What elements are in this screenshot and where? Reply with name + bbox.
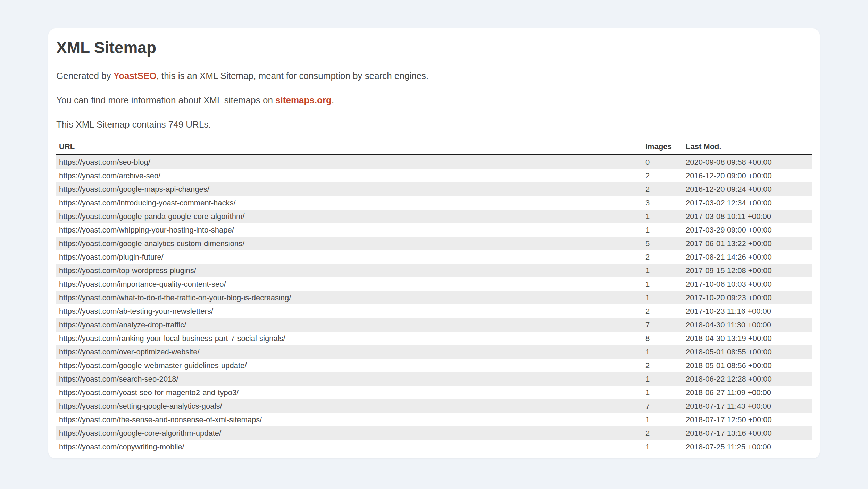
column-header-images: Images bbox=[643, 140, 683, 155]
last-mod-cell: 2017-03-02 12:34 +00:00 bbox=[683, 196, 812, 210]
column-header-lastmod: Last Mod. bbox=[683, 140, 812, 155]
column-header-url: URL bbox=[56, 140, 643, 155]
url-cell: https://yoast.com/google-analytics-custo… bbox=[56, 237, 643, 250]
url-link[interactable]: https://yoast.com/google-core-algorithm-… bbox=[59, 429, 221, 438]
url-cell: https://yoast.com/google-webmaster-guide… bbox=[56, 359, 643, 372]
intro-generated-suffix: , this is an XML Sitemap, meant for cons… bbox=[157, 71, 429, 81]
url-link[interactable]: https://yoast.com/google-webmaster-guide… bbox=[59, 361, 247, 370]
url-cell: https://yoast.com/google-maps-api-change… bbox=[56, 182, 643, 196]
url-cell: https://yoast.com/google-panda-google-co… bbox=[56, 210, 643, 223]
table-row: https://yoast.com/introducing-yoast-comm… bbox=[56, 196, 812, 210]
images-count-cell: 1 bbox=[643, 291, 683, 304]
images-count-cell: 1 bbox=[643, 277, 683, 291]
url-cell: https://yoast.com/ab-testing-your-newsle… bbox=[56, 304, 643, 318]
table-row: https://yoast.com/google-webmaster-guide… bbox=[56, 359, 812, 372]
images-count-cell: 2 bbox=[643, 426, 683, 440]
url-link[interactable]: https://yoast.com/plugin-future/ bbox=[59, 253, 164, 261]
yoastseo-link[interactable]: YoastSEO bbox=[114, 71, 157, 81]
url-link[interactable]: https://yoast.com/introducing-yoast-comm… bbox=[59, 198, 236, 207]
url-link[interactable]: https://yoast.com/setting-google-analyti… bbox=[59, 402, 222, 410]
table-row: https://yoast.com/google-maps-api-change… bbox=[56, 182, 812, 196]
url-cell: https://yoast.com/whipping-your-hosting-… bbox=[56, 223, 643, 237]
table-row: https://yoast.com/analyze-drop-traffic/7… bbox=[56, 318, 812, 332]
intro-info-suffix: . bbox=[332, 95, 334, 105]
url-cell: https://yoast.com/the-sense-and-nonsense… bbox=[56, 413, 643, 426]
last-mod-cell: 2018-04-30 13:19 +00:00 bbox=[683, 332, 812, 345]
last-mod-cell: 2017-10-23 11:16 +00:00 bbox=[683, 304, 812, 318]
images-count-cell: 2 bbox=[643, 250, 683, 264]
url-link[interactable]: https://yoast.com/analyze-drop-traffic/ bbox=[59, 320, 186, 329]
last-mod-cell: 2020-09-08 09:58 +00:00 bbox=[683, 155, 812, 169]
last-mod-cell: 2018-07-17 11:43 +00:00 bbox=[683, 399, 812, 413]
url-count-line: This XML Sitemap contains 749 URLs. bbox=[56, 119, 812, 130]
url-cell: https://yoast.com/setting-google-analyti… bbox=[56, 399, 643, 413]
table-row: https://yoast.com/yoast-seo-for-magento2… bbox=[56, 386, 812, 399]
url-link[interactable]: https://yoast.com/the-sense-and-nonsense… bbox=[59, 415, 262, 424]
url-link[interactable]: https://yoast.com/over-optimized-website… bbox=[59, 348, 200, 356]
url-link[interactable]: https://yoast.com/seo-blog/ bbox=[59, 158, 150, 166]
images-count-cell: 1 bbox=[643, 440, 683, 454]
url-link[interactable]: https://yoast.com/search-seo-2018/ bbox=[59, 375, 178, 383]
table-header-row: URL Images Last Mod. bbox=[56, 140, 812, 155]
url-link[interactable]: https://yoast.com/copywriting-mobile/ bbox=[59, 442, 184, 451]
table-row: https://yoast.com/importance-quality-con… bbox=[56, 277, 812, 291]
last-mod-cell: 2017-06-01 13:22 +00:00 bbox=[683, 237, 812, 250]
table-row: https://yoast.com/what-to-do-if-the-traf… bbox=[56, 291, 812, 304]
intro-line-more-info: You can find more information about XML … bbox=[56, 95, 812, 105]
last-mod-cell: 2016-12-20 09:24 +00:00 bbox=[683, 182, 812, 196]
images-count-cell: 1 bbox=[643, 223, 683, 237]
url-cell: https://yoast.com/importance-quality-con… bbox=[56, 277, 643, 291]
last-mod-cell: 2017-08-21 14:26 +00:00 bbox=[683, 250, 812, 264]
images-count-cell: 3 bbox=[643, 196, 683, 210]
url-cell: https://yoast.com/plugin-future/ bbox=[56, 250, 643, 264]
url-link[interactable]: https://yoast.com/ranking-your-local-bus… bbox=[59, 334, 285, 343]
images-count-cell: 1 bbox=[643, 264, 683, 277]
table-row: https://yoast.com/google-analytics-custo… bbox=[56, 237, 812, 250]
images-count-cell: 1 bbox=[643, 386, 683, 399]
last-mod-cell: 2018-04-30 11:30 +00:00 bbox=[683, 318, 812, 332]
url-link[interactable]: https://yoast.com/yoast-seo-for-magento2… bbox=[59, 388, 239, 397]
url-link[interactable]: https://yoast.com/top-wordpress-plugins/ bbox=[59, 266, 196, 275]
last-mod-cell: 2017-03-08 10:11 +00:00 bbox=[683, 210, 812, 223]
last-mod-cell: 2018-07-17 12:50 +00:00 bbox=[683, 413, 812, 426]
url-cell: https://yoast.com/what-to-do-if-the-traf… bbox=[56, 291, 643, 304]
url-link[interactable]: https://yoast.com/google-analytics-custo… bbox=[59, 239, 244, 248]
url-cell: https://yoast.com/introducing-yoast-comm… bbox=[56, 196, 643, 210]
table-row: https://yoast.com/top-wordpress-plugins/… bbox=[56, 264, 812, 277]
table-row: https://yoast.com/copywriting-mobile/120… bbox=[56, 440, 812, 454]
table-row: https://yoast.com/plugin-future/22017-08… bbox=[56, 250, 812, 264]
images-count-cell: 1 bbox=[643, 345, 683, 359]
sitemap-table: URL Images Last Mod. https://yoast.com/s… bbox=[56, 140, 812, 454]
url-link[interactable]: https://yoast.com/importance-quality-con… bbox=[59, 280, 226, 288]
intro-line-generated: Generated by YoastSEO, this is an XML Si… bbox=[56, 71, 812, 81]
url-cell: https://yoast.com/analyze-drop-traffic/ bbox=[56, 318, 643, 332]
last-mod-cell: 2017-10-20 09:23 +00:00 bbox=[683, 291, 812, 304]
images-count-cell: 2 bbox=[643, 182, 683, 196]
last-mod-cell: 2017-09-15 12:08 +00:00 bbox=[683, 264, 812, 277]
images-count-cell: 7 bbox=[643, 318, 683, 332]
url-cell: https://yoast.com/copywriting-mobile/ bbox=[56, 440, 643, 454]
last-mod-cell: 2018-07-17 13:16 +00:00 bbox=[683, 426, 812, 440]
table-row: https://yoast.com/ranking-your-local-bus… bbox=[56, 332, 812, 345]
images-count-cell: 2 bbox=[643, 304, 683, 318]
last-mod-cell: 2017-03-29 09:00 +00:00 bbox=[683, 223, 812, 237]
images-count-cell: 2 bbox=[643, 359, 683, 372]
url-cell: https://yoast.com/search-seo-2018/ bbox=[56, 372, 643, 386]
url-cell: https://yoast.com/yoast-seo-for-magento2… bbox=[56, 386, 643, 399]
sitemaps-org-link[interactable]: sitemaps.org bbox=[275, 95, 332, 105]
url-link[interactable]: https://yoast.com/archive-seo/ bbox=[59, 171, 160, 180]
url-link[interactable]: https://yoast.com/google-maps-api-change… bbox=[59, 185, 209, 194]
table-row: https://yoast.com/the-sense-and-nonsense… bbox=[56, 413, 812, 426]
last-mod-cell: 2018-06-22 12:28 +00:00 bbox=[683, 372, 812, 386]
url-link[interactable]: https://yoast.com/what-to-do-if-the-traf… bbox=[59, 293, 291, 302]
images-count-cell: 1 bbox=[643, 210, 683, 223]
images-count-cell: 8 bbox=[643, 332, 683, 345]
images-count-cell: 0 bbox=[643, 155, 683, 169]
url-link[interactable]: https://yoast.com/google-panda-google-co… bbox=[59, 212, 244, 221]
url-link[interactable]: https://yoast.com/ab-testing-your-newsle… bbox=[59, 307, 213, 316]
images-count-cell: 5 bbox=[643, 237, 683, 250]
table-row: https://yoast.com/google-panda-google-co… bbox=[56, 210, 812, 223]
images-count-cell: 1 bbox=[643, 372, 683, 386]
url-cell: https://yoast.com/google-core-algorithm-… bbox=[56, 426, 643, 440]
url-link[interactable]: https://yoast.com/whipping-your-hosting-… bbox=[59, 226, 234, 234]
